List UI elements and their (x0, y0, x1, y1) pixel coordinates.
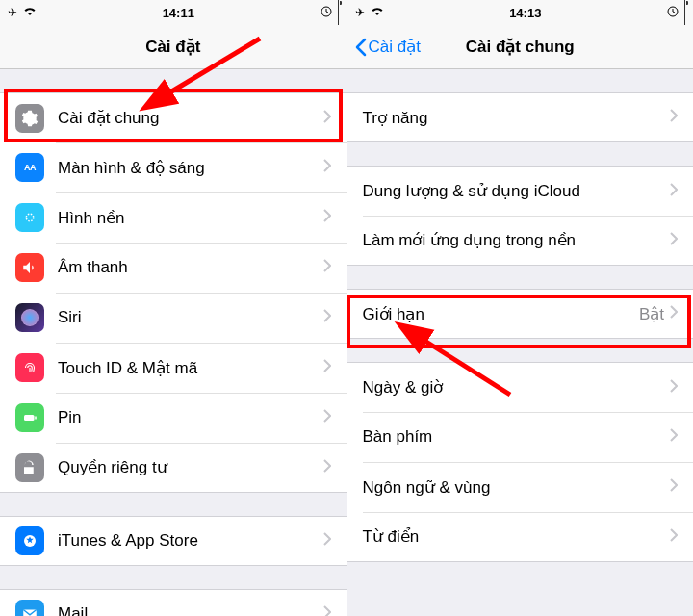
chevron-right-icon (670, 109, 678, 126)
appstore-icon (15, 526, 44, 555)
row-label: Dung lượng & sử dụng iCloud (363, 181, 671, 201)
wifi-icon (371, 6, 384, 19)
row-label: Trợ năng (363, 108, 671, 128)
row-label: iTunes & App Store (58, 531, 323, 551)
row-label: Màn hình & độ sáng (58, 158, 323, 178)
chevron-right-icon (670, 478, 678, 496)
row-label: Âm thanh (58, 258, 323, 277)
nav-bar: Cài đặt (0, 25, 346, 69)
row-accessibility[interactable]: Trợ năng (347, 92, 694, 142)
row-battery[interactable]: Pin (0, 393, 346, 443)
chevron-right-icon (670, 428, 678, 446)
row-value: Bật (639, 304, 664, 324)
airplane-icon: ✈ (8, 6, 17, 19)
row-general[interactable]: Cài đặt chung (0, 92, 346, 142)
chevron-right-icon (670, 528, 678, 546)
battery-icon (684, 0, 685, 26)
row-bgrefresh[interactable]: Làm mới ứng dụng trong nền (347, 216, 694, 266)
chevron-right-icon (670, 305, 678, 322)
row-label: Làm mới ứng dụng trong nền (363, 230, 671, 250)
row-label: Touch ID & Mật mã (58, 358, 323, 378)
chevron-right-icon (323, 359, 331, 376)
siri-icon (15, 303, 44, 332)
row-label: Giới hạn (363, 304, 639, 324)
chevron-right-icon (670, 379, 678, 397)
chevron-right-icon (670, 232, 678, 249)
status-bar: ✈ 14:11 (0, 0, 346, 25)
row-label: Siri (58, 308, 323, 327)
status-time: 14:13 (509, 6, 541, 20)
row-mail[interactable]: Mail (0, 589, 346, 616)
settings-screen: ✈ 14:11 Cài đặt Cài đặt chung (0, 0, 346, 616)
row-datetime[interactable]: Ngày & giờ (347, 362, 694, 412)
row-label: Cài đặt chung (58, 108, 323, 128)
chevron-right-icon (323, 409, 331, 426)
svg-rect-3 (35, 417, 37, 420)
svg-point-1 (26, 214, 34, 221)
chevron-right-icon (323, 209, 331, 226)
status-bar: ✈ 14:13 (347, 0, 694, 25)
row-label: Ngôn ngữ & vùng (363, 477, 671, 498)
battery-icon (15, 403, 44, 432)
display-icon: AA (15, 153, 44, 182)
row-appstore[interactable]: iTunes & App Store (0, 516, 346, 566)
row-restrictions[interactable]: Giới hạn Bật (347, 289, 694, 339)
row-label: Bàn phím (363, 427, 671, 447)
chevron-right-icon (323, 309, 331, 326)
orientation-lock-icon (321, 6, 332, 20)
row-touchid[interactable]: Touch ID & Mật mã (0, 343, 346, 393)
row-label: Hình nền (58, 208, 323, 228)
row-storage[interactable]: Dung lượng & sử dụng iCloud (347, 166, 694, 216)
settings-list: Cài đặt chung AA Màn hình & độ sáng Hình… (0, 69, 346, 616)
chevron-right-icon (323, 532, 331, 550)
row-label: Pin (58, 408, 323, 427)
row-display[interactable]: AA Màn hình & độ sáng (0, 142, 346, 192)
row-language[interactable]: Ngôn ngữ & vùng (347, 462, 694, 512)
chevron-right-icon (323, 459, 331, 476)
row-dictionary[interactable]: Từ điển (347, 512, 694, 562)
general-list: Trợ năng Dung lượng & sử dụng iCloud Làm… (347, 69, 694, 616)
row-privacy[interactable]: Quyền riêng tư (0, 443, 346, 493)
gear-icon (15, 104, 44, 133)
chevron-right-icon (323, 605, 331, 616)
svg-rect-2 (24, 415, 35, 421)
back-button[interactable]: Cài đặt (355, 37, 421, 57)
row-label: Ngày & giờ (363, 377, 671, 398)
row-label: Từ điển (363, 526, 671, 547)
battery-icon (338, 0, 339, 26)
sound-icon (15, 253, 44, 282)
chevron-right-icon (323, 259, 331, 276)
wifi-icon (23, 6, 37, 19)
page-title: Cài đặt (145, 37, 200, 57)
mail-icon (15, 600, 44, 616)
status-time: 14:11 (163, 6, 194, 20)
privacy-icon (15, 453, 44, 482)
touchid-icon (15, 353, 44, 382)
nav-bar: Cài đặt Cài đặt chung (347, 25, 694, 69)
chevron-right-icon (323, 110, 331, 127)
row-label: Mail (58, 604, 323, 616)
row-sound[interactable]: Âm thanh (0, 243, 346, 293)
row-wallpaper[interactable]: Hình nền (0, 192, 346, 243)
page-title: Cài đặt chung (466, 37, 575, 57)
row-keyboard[interactable]: Bàn phím (347, 412, 694, 462)
orientation-lock-icon (667, 6, 679, 20)
wallpaper-icon (15, 203, 44, 232)
row-siri[interactable]: Siri (0, 293, 346, 343)
airplane-icon: ✈ (355, 6, 365, 19)
chevron-right-icon (670, 183, 678, 200)
chevron-right-icon (323, 159, 331, 176)
general-screen: ✈ 14:13 Cài đặt Cài đặt chung Trợ năng (346, 0, 694, 616)
row-label: Quyền riêng tư (58, 457, 323, 477)
back-label: Cài đặt (369, 37, 421, 57)
